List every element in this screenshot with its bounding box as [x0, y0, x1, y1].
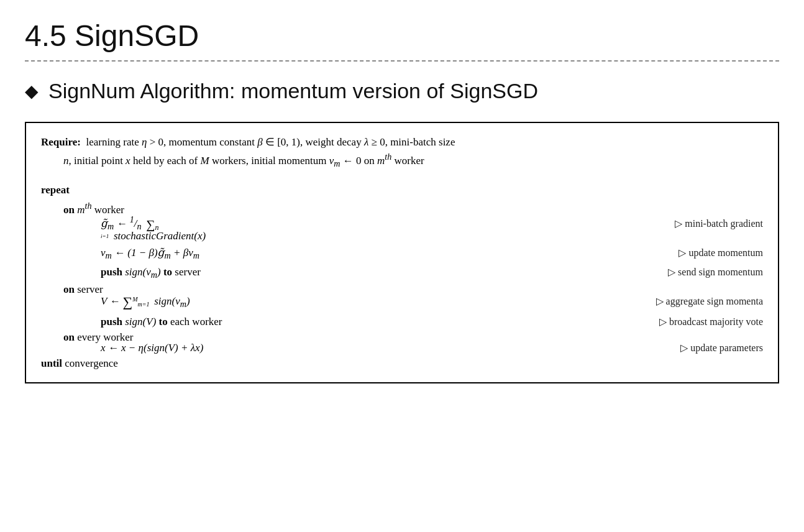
algo-line-on-server: on server — [41, 284, 763, 295]
math-push-V: sign(V) — [125, 316, 156, 328]
comment-push-V: broadcast majority vote — [659, 317, 763, 327]
algo-left: on mth worker — [41, 201, 124, 215]
text-server: server — [175, 266, 201, 278]
math-sum-sign: V ← ∑ Mm=1 sign(vm) — [101, 295, 190, 307]
algo-line-momentum: vm ← (1 − β)g̃m + βvm update momentum — [41, 247, 763, 260]
comment-sum-sign: aggregate sign momenta — [656, 296, 763, 306]
math-gradient: g̃m ← 1/n ∑ni=1 stochasticGradient(x) — [101, 218, 206, 242]
algo-left: repeat — [41, 185, 70, 195]
math-momentum: vm ← (1 − β)g̃m + βvm — [101, 247, 199, 259]
keyword-push-1: push — [101, 266, 122, 278]
algo-line-push-V: push sign(V) to each worker broadcast ma… — [41, 316, 763, 327]
comment-push-sign: send sign momentum — [668, 267, 763, 277]
text-convergence: convergence — [65, 357, 118, 369]
require-label: Require: — [41, 136, 81, 148]
keyword-push-2: push — [101, 316, 122, 328]
text-each-worker: each worker — [170, 316, 222, 328]
comment-gradient: mini-batch gradient — [675, 219, 763, 229]
algo-line-sum-sign: V ← ∑ Mm=1 sign(vm) aggregate sign momen… — [41, 295, 763, 310]
algo-line-gradient: g̃m ← 1/n ∑ni=1 stochasticGradient(x) mi… — [41, 215, 763, 241]
algo-left-until: until convergence — [41, 358, 118, 369]
keyword-on-1: on — [63, 204, 75, 216]
comment-momentum: update momentum — [678, 248, 763, 258]
keyword-repeat: repeat — [41, 184, 70, 196]
keyword-on-server: on — [63, 283, 75, 295]
algo-body: repeat on mth worker g̃m ← 1/n ∑ni=1 sto… — [41, 185, 763, 368]
text-server-label: server — [77, 283, 103, 295]
section-divider — [25, 60, 779, 62]
algo-left-on-server: on server — [41, 284, 103, 295]
keyword-on-every: on — [63, 331, 75, 343]
algo-left-update-x: x ← x − η(sign(V) + λx) — [41, 342, 203, 353]
algo-line-until: until convergence — [41, 358, 763, 369]
section-title: SignNum Algorithm: momentum version of S… — [48, 79, 538, 103]
keyword-to-1: to — [163, 266, 172, 278]
page-title: 4.5 SignSGD — [25, 19, 779, 53]
algo-left-push-V: push sign(V) to each worker — [41, 316, 222, 327]
algorithm-box: Require: learning rate η > 0, momentum c… — [25, 122, 779, 383]
math-push-sign: sign(vm) — [125, 266, 160, 278]
require-text: learning rate η > 0, momentum constant β… — [83, 136, 455, 148]
algo-line-push-sign: push sign(vm) to server send sign moment… — [41, 267, 763, 280]
text-worker: mth worker — [77, 204, 124, 216]
keyword-until: until — [41, 357, 62, 369]
keyword-to-2: to — [159, 316, 168, 328]
algo-line-on-worker: on mth worker — [41, 201, 763, 215]
algo-line-update-x: x ← x − η(sign(V) + λx) update parameter… — [41, 342, 763, 353]
comment-update-x: update parameters — [680, 343, 763, 353]
section-header: ◆ SignNum Algorithm: momentum version of… — [25, 79, 779, 103]
algo-left-on-every-worker: on every worker — [41, 332, 133, 342]
algo-line-repeat: repeat — [41, 185, 763, 195]
require-line: Require: learning rate η > 0, momentum c… — [41, 134, 763, 171]
require-text-line2: n, initial point x held by each of M wor… — [41, 155, 424, 167]
math-update-x: x ← x − η(sign(V) + λx) — [101, 342, 203, 354]
algo-left-momentum: vm ← (1 − β)g̃m + βvm — [41, 247, 199, 260]
algo-left-sum-sign: V ← ∑ Mm=1 sign(vm) — [41, 295, 190, 310]
algo-line-on-every-worker: on every worker — [41, 332, 763, 342]
algo-left-gradient: g̃m ← 1/n ∑ni=1 stochasticGradient(x) — [41, 215, 206, 241]
diamond-icon: ◆ — [25, 81, 39, 101]
algo-left-push-sign: push sign(vm) to server — [41, 267, 201, 280]
